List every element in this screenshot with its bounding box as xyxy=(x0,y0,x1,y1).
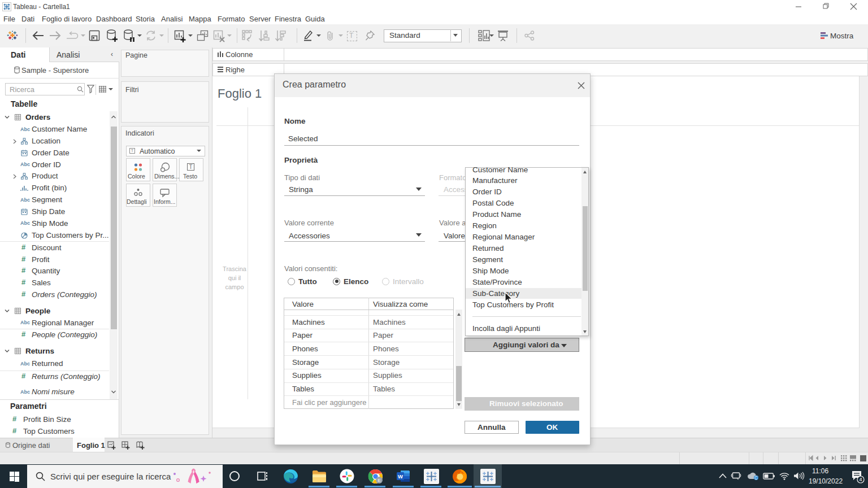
svg-text:W: W xyxy=(398,473,403,480)
svg-text:4: 4 xyxy=(859,477,862,482)
svg-text:E: E xyxy=(377,478,380,483)
